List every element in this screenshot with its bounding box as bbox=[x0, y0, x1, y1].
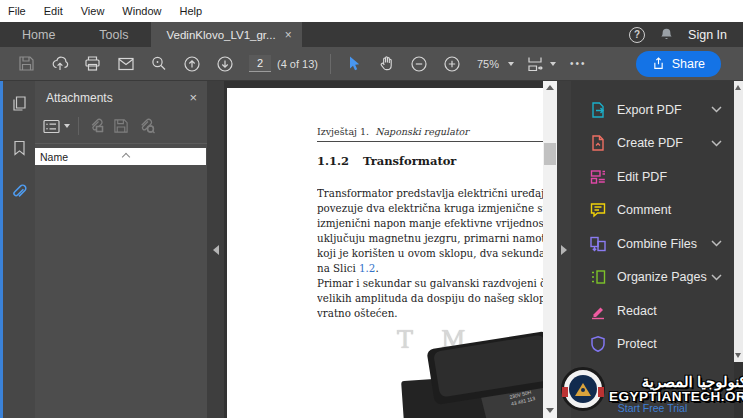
zoom-level-value[interactable]: 75% bbox=[477, 58, 499, 70]
tool-comment[interactable]: Comment bbox=[571, 194, 734, 228]
menu-window[interactable]: Window bbox=[122, 5, 161, 17]
cloud-upload-icon[interactable] bbox=[43, 50, 76, 78]
document-scrollbar[interactable] bbox=[543, 81, 557, 418]
menu-file[interactable]: File bbox=[8, 5, 26, 17]
pdf-header-rule bbox=[317, 141, 543, 142]
help-icon[interactable]: ? bbox=[629, 27, 645, 43]
attachments-name-column-header[interactable]: Name bbox=[35, 148, 206, 165]
page-thumbnails-icon[interactable] bbox=[11, 95, 28, 112]
attachments-toolbar-separator bbox=[78, 117, 79, 135]
pdf-text-line: koji je korišten u ovom sklopu, dva seku… bbox=[317, 246, 543, 261]
scroll-down-icon[interactable] bbox=[546, 408, 554, 413]
pdf-running-header: Izvještaj 1. Naponski regulator bbox=[317, 126, 543, 137]
name-column-label: Name bbox=[40, 151, 68, 163]
pdf-text-line: uključuju magnetnu jezgru, primarni namo… bbox=[317, 231, 543, 246]
email-icon[interactable] bbox=[109, 50, 142, 78]
tab-document[interactable]: VedinKlovo_LV1_gr... × bbox=[151, 22, 302, 47]
organize-pages-icon bbox=[588, 268, 607, 287]
edit-pdf-icon bbox=[588, 167, 607, 186]
photo-watermark-letter: T bbox=[397, 326, 413, 354]
select-tool-icon[interactable] bbox=[337, 50, 370, 78]
attachments-panel: Attachments × Name bbox=[35, 81, 207, 418]
sign-in-button[interactable]: Sign In bbox=[688, 28, 727, 42]
tools-panel-scrollbar[interactable] bbox=[734, 81, 743, 362]
pdf-text-line: povezuje dva električna kruga izmjenične… bbox=[317, 201, 543, 216]
tool-edit-pdf[interactable]: Edit PDF bbox=[571, 160, 734, 194]
tab-tools[interactable]: Tools bbox=[77, 22, 150, 47]
attachments-panel-title: Attachments bbox=[46, 91, 113, 105]
pdf-text-line: na Slici 1.2. bbox=[317, 261, 543, 276]
open-attachment-icon[interactable] bbox=[87, 117, 105, 135]
close-tab-icon[interactable]: × bbox=[285, 28, 292, 42]
document-scrollbar-thumb[interactable] bbox=[544, 143, 556, 165]
tool-combine-files[interactable]: Combine Files bbox=[571, 227, 734, 261]
next-page-icon[interactable] bbox=[208, 50, 241, 78]
scroll-up-icon[interactable] bbox=[546, 85, 554, 90]
menu-help[interactable]: Help bbox=[179, 5, 202, 17]
tool-organize-pages[interactable]: Organize Pages bbox=[571, 261, 734, 295]
panel-scroll-down-icon[interactable] bbox=[735, 353, 741, 358]
search-attachments-icon[interactable] bbox=[137, 117, 156, 135]
close-panel-icon[interactable]: × bbox=[189, 90, 197, 105]
zoom-in-icon[interactable] bbox=[436, 50, 469, 78]
tool-label: Organize Pages bbox=[617, 270, 707, 284]
tool-export-pdf[interactable]: Export PDF bbox=[571, 93, 734, 127]
list-view-options-icon[interactable] bbox=[43, 119, 70, 134]
pdf-page[interactable]: Izvještaj 1. Naponski regulator 1.1.2Tra… bbox=[227, 88, 543, 418]
tab-bar: Home Tools VedinKlovo_LV1_gr... × ? Sign… bbox=[0, 22, 743, 47]
protect-shield-icon bbox=[588, 335, 607, 354]
attachments-toolbar bbox=[35, 111, 207, 144]
pdf-text-line: velikih amplituda da dospiju do našeg sk… bbox=[317, 291, 543, 306]
main-toolbar: (4 of 13) 75% ••• Share bbox=[0, 47, 743, 81]
pdf-paragraph: Transformator predstavlja električni ure… bbox=[317, 186, 543, 321]
page-fit-dropdown-caret-icon[interactable] bbox=[550, 62, 556, 66]
tab-home[interactable]: Home bbox=[0, 22, 77, 47]
main-area: Attachments × Name bbox=[0, 81, 743, 418]
share-label: Share bbox=[672, 57, 705, 71]
share-button[interactable]: Share bbox=[636, 51, 721, 77]
page-fit-icon[interactable] bbox=[522, 50, 548, 78]
expand-right-panel-handle[interactable] bbox=[557, 81, 571, 418]
menu-bar: File Edit View Window Help bbox=[0, 0, 743, 22]
collapse-left-panel-handle[interactable] bbox=[207, 81, 224, 418]
figure-reference-link[interactable]: 1.2 bbox=[359, 262, 375, 274]
save-attachment-icon[interactable] bbox=[113, 118, 129, 134]
page-number-input[interactable] bbox=[249, 55, 271, 72]
zoom-dropdown-caret-icon[interactable] bbox=[508, 62, 514, 66]
save-icon[interactable] bbox=[10, 50, 43, 78]
notifications-bell-icon[interactable] bbox=[659, 27, 674, 42]
zoom-out-icon[interactable] bbox=[403, 50, 436, 78]
menu-view[interactable]: View bbox=[81, 5, 105, 17]
tools-panel: Export PDF Create PDF Edit PDF bbox=[571, 81, 734, 418]
tool-redact[interactable]: Redact bbox=[571, 294, 734, 328]
print-icon[interactable] bbox=[76, 50, 109, 78]
more-tools-icon[interactable]: ••• bbox=[570, 58, 587, 69]
pdf-section-heading: 1.1.2Transformator bbox=[317, 154, 543, 168]
attachments-paperclip-icon[interactable] bbox=[10, 184, 28, 202]
chevron-down-icon bbox=[711, 240, 722, 247]
hand-tool-icon[interactable] bbox=[370, 50, 403, 78]
share-icon bbox=[652, 57, 665, 70]
toolbar-separator bbox=[330, 54, 331, 74]
chevron-down-icon bbox=[711, 106, 722, 113]
create-pdf-icon bbox=[588, 134, 607, 153]
acrobat-window: File Edit View Window Help Home Tools Ve… bbox=[0, 0, 743, 418]
bookmarks-icon[interactable] bbox=[12, 140, 27, 156]
document-view: Izvještaj 1. Naponski regulator 1.1.2Tra… bbox=[224, 81, 543, 418]
tool-create-pdf[interactable]: Create PDF bbox=[571, 127, 734, 161]
pdf-text-line: Transformator predstavlja električni ure… bbox=[317, 186, 543, 201]
tool-protect[interactable]: Protect bbox=[571, 328, 734, 362]
tool-label: Comment bbox=[617, 203, 671, 217]
panel-scroll-up-icon[interactable] bbox=[735, 85, 741, 90]
redact-icon bbox=[588, 301, 607, 320]
chevron-down-icon bbox=[711, 140, 722, 147]
collapse-left-icon bbox=[213, 245, 219, 255]
pdf-text-line: Primar i sekundar su galvanski razdvojen… bbox=[317, 276, 543, 291]
previous-page-icon[interactable] bbox=[175, 50, 208, 78]
tool-label: Protect bbox=[617, 337, 657, 351]
tool-label: Combine Files bbox=[617, 237, 697, 251]
find-icon[interactable] bbox=[142, 50, 175, 78]
menu-edit[interactable]: Edit bbox=[44, 5, 63, 17]
tool-label: Export PDF bbox=[617, 103, 682, 117]
start-free-trial-link[interactable]: Start Free Trial bbox=[571, 402, 734, 414]
